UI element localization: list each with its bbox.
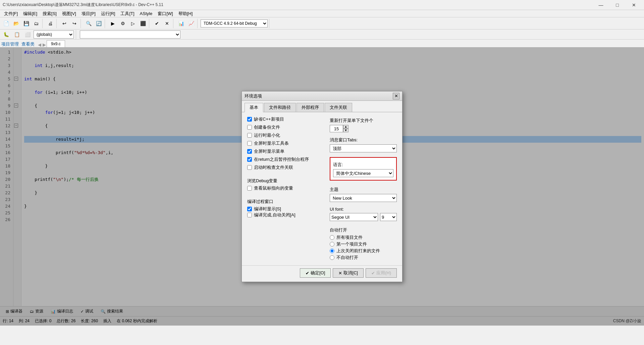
- cancel-label: 取消[C]: [343, 270, 358, 276]
- menu-item-编辑E[interactable]: 编辑[E]: [20, 10, 40, 17]
- reopen-count-input[interactable]: [330, 125, 343, 132]
- menu-item-运行R[interactable]: 运行[R]: [98, 10, 118, 17]
- window-title: C:\Users\zxiaoxuan\Desktop\遗落MM327\2.3mi…: [3, 2, 163, 8]
- ui-font-dropdown[interactable]: Segoe UI: [330, 213, 378, 221]
- tab-9x9c[interactable]: 9x9.c: [47, 40, 65, 47]
- msg-tabs-section: 消息窗口Tabs: 顶部 底部: [330, 136, 397, 152]
- toolbar2: 🐛 📋 ⬜ (globals): [0, 29, 644, 40]
- debug-btn3[interactable]: ⬜: [23, 30, 32, 39]
- compile-run-button[interactable]: ▶: [108, 19, 117, 28]
- dialog-right-column: 重新打开菜单下文件个 ▲ ▼ 消息窗口Tabs:: [330, 116, 397, 261]
- chk-backup-label: 创建备份文件: [254, 124, 280, 130]
- redo-button[interactable]: ↪: [70, 19, 79, 28]
- close-file-button[interactable]: ✕: [162, 19, 172, 28]
- ui-font-size-dropdown[interactable]: 9 10 11 12: [380, 213, 397, 221]
- menu-item-文件F[interactable]: 文件[F]: [1, 10, 20, 17]
- msg-tabs-label: 消息窗口Tabs:: [330, 137, 397, 143]
- spin-up[interactable]: ▲: [343, 125, 348, 129]
- save-button[interactable]: 💾: [21, 19, 31, 28]
- menu-item-项目P[interactable]: 项目[P]: [79, 10, 98, 17]
- radio-last-closed-files[interactable]: [330, 249, 334, 253]
- function-dropdown[interactable]: [80, 30, 180, 39]
- chk-show-toolbar-fullscreen[interactable]: [247, 141, 252, 146]
- save-all-button[interactable]: 🗂: [32, 19, 41, 28]
- maximize-button[interactable]: □: [610, 0, 625, 10]
- menu-item-窗口W[interactable]: 窗口[W]: [155, 10, 176, 17]
- sep8: [269, 19, 271, 28]
- menu-item-搜索S[interactable]: 搜索[S]: [40, 10, 59, 17]
- ok-label: 确定[O]: [311, 270, 325, 276]
- sep7: [197, 19, 199, 28]
- chk-watch-mouse-var[interactable]: [247, 186, 252, 191]
- chk-pause-after-return-label: 在return之后暂停控制台程序: [254, 156, 309, 162]
- msg-tabs-dropdown[interactable]: 顶部 底部: [330, 144, 397, 152]
- chk-minimize-run-label: 运行时最小化: [254, 132, 280, 138]
- chk-show-menu-fullscreen-label: 全屏时显示菜单: [254, 148, 284, 154]
- menu-item-AStyle[interactable]: AStyle: [137, 10, 155, 17]
- tab-basic[interactable]: 基本: [245, 103, 263, 112]
- radio-no-auto-open-label: 不自动打开: [336, 255, 358, 261]
- debug-section: 浏览Debug变量 查看鼠标指向的变量: [247, 176, 324, 191]
- project-manage-link[interactable]: 项目管理: [1, 41, 19, 47]
- chart1-button[interactable]: 📊: [176, 19, 186, 28]
- stop-button[interactable]: ⬛: [138, 19, 148, 28]
- spin-down[interactable]: ▼: [343, 129, 348, 132]
- find-button[interactable]: 🔍: [84, 19, 93, 28]
- tab-external-programs[interactable]: 外部程序: [297, 103, 324, 112]
- tab-files-paths[interactable]: 文件和路径: [264, 103, 296, 112]
- debug-btn2[interactable]: 📋: [12, 30, 21, 39]
- chk-auto-close-compile[interactable]: [247, 213, 252, 217]
- language-dropdown[interactable]: 简体中文/Chinese English 繁體中文: [333, 169, 393, 177]
- print-button[interactable]: 🖨: [46, 19, 55, 28]
- title-bar: C:\Users\zxiaoxuan\Desktop\遗落MM327\2.3mi…: [0, 0, 644, 10]
- close-button[interactable]: ✕: [626, 0, 641, 10]
- radio-no-auto-open[interactable]: [330, 255, 334, 260]
- new-file-button[interactable]: 📄: [1, 19, 11, 28]
- chk-watch-mouse-var-label: 查看鼠标指向的变量: [254, 185, 293, 191]
- globals-dropdown[interactable]: (globals): [34, 30, 74, 39]
- chk-check-assoc-startup[interactable]: [247, 165, 252, 170]
- reopen-label: 重新打开菜单下文件个: [330, 118, 397, 124]
- chk-auto-close-compile-label: 编译完成,自动关闭[A]: [254, 212, 296, 218]
- chk-show-menu-fullscreen[interactable]: [247, 149, 252, 154]
- language-section: 语言: 简体中文/Chinese English 繁體中文: [330, 157, 397, 181]
- tab-file-associations[interactable]: 文件关联: [325, 103, 352, 112]
- theme-label: 主题: [330, 187, 397, 193]
- compiler-dropdown[interactable]: TDM-GCC 4.9.2 64-bit Debug: [201, 19, 268, 27]
- radio-all-project-files[interactable]: [330, 235, 334, 240]
- chart2-button[interactable]: 📈: [186, 19, 196, 28]
- cancel-button[interactable]: ✕ 取消[C]: [333, 268, 364, 278]
- chk-show-compile[interactable]: [247, 207, 252, 211]
- apply-check-icon: ✔: [371, 271, 375, 276]
- debug-btn1[interactable]: 🐛: [1, 30, 11, 39]
- cancel-x-icon: ✕: [338, 271, 342, 276]
- compile-button[interactable]: ⚙: [118, 19, 127, 28]
- theme-dropdown[interactable]: New Look Classic: [330, 194, 397, 202]
- replace-button[interactable]: 🔄: [94, 19, 103, 28]
- chk-minimize-run[interactable]: [247, 133, 252, 138]
- auto-open-label: 自动打开: [330, 227, 397, 233]
- dialog-close-button[interactable]: ✕: [393, 93, 399, 99]
- chk-backup[interactable]: [247, 125, 252, 130]
- run-button[interactable]: ▷: [128, 19, 138, 28]
- ok-checkmark-icon: ✔: [306, 271, 309, 276]
- menu-item-工具T[interactable]: 工具[T]: [118, 10, 137, 17]
- menu-item-帮助H[interactable]: 帮助[H]: [176, 10, 196, 17]
- menu-item-视图V[interactable]: 视图[V]: [59, 10, 79, 17]
- radio-all-project-files-label: 所有项目文件: [336, 234, 363, 240]
- ok-button[interactable]: ✔ 确定[O]: [300, 268, 331, 278]
- open-button[interactable]: 📂: [11, 19, 21, 28]
- sep1: [42, 19, 44, 28]
- chk-pause-after-return[interactable]: [247, 157, 252, 162]
- ui-font-label: UI font:: [330, 207, 397, 212]
- radio-first-project-file[interactable]: [330, 242, 334, 247]
- class-view-link[interactable]: 查看类: [21, 41, 35, 47]
- chk-default-cpp[interactable]: [247, 117, 252, 122]
- undo-button[interactable]: ↩: [60, 19, 69, 28]
- apply-button[interactable]: ✔ 应用(H): [366, 268, 397, 278]
- sep4: [105, 19, 107, 28]
- auto-open-section: 自动打开 所有项目文件 第一个项目文件 上次关闭前打来的文件: [330, 226, 397, 261]
- ui-font-section: UI font: Segoe UI 9 10 11 12: [330, 205, 397, 221]
- check-button[interactable]: ✔: [152, 19, 162, 28]
- minimize-button[interactable]: —: [593, 0, 608, 10]
